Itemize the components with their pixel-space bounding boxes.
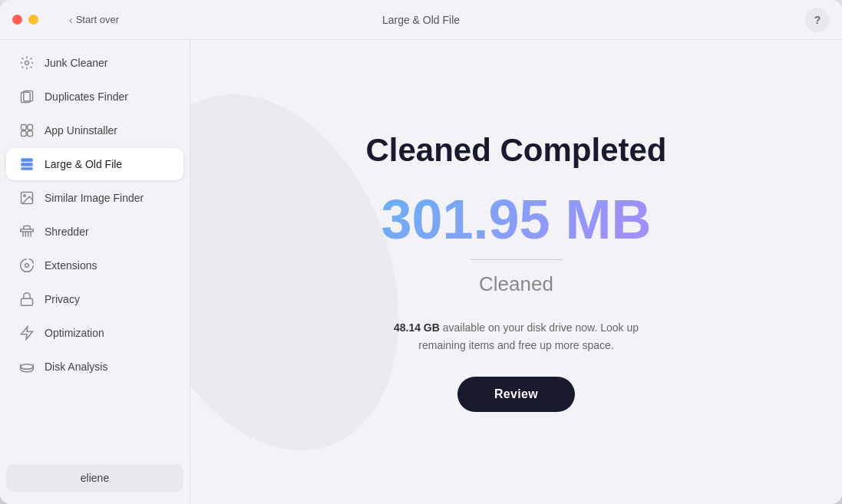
close-button[interactable] bbox=[12, 15, 22, 25]
cleaned-label: Cleaned bbox=[479, 272, 553, 296]
privacy-icon bbox=[18, 291, 35, 308]
content-area: Cleaned Completed 301.95 MB Cleaned 48.1… bbox=[190, 40, 842, 504]
sidebar-item-app-uninstaller[interactable]: App Uninstaller bbox=[6, 114, 183, 147]
svg-point-0 bbox=[25, 61, 29, 65]
sidebar-item-privacy[interactable]: Privacy bbox=[6, 283, 183, 315]
page-title: Large & Old File bbox=[382, 14, 460, 26]
app-window: ‹ Start over Large & Old File ? Junk Cle… bbox=[0, 0, 842, 504]
help-button[interactable]: ? bbox=[805, 8, 830, 32]
sidebar-user[interactable]: eliene bbox=[6, 464, 183, 492]
extensions-label: Extensions bbox=[45, 259, 97, 272]
junk-cleaner-icon bbox=[18, 54, 35, 71]
svg-rect-5 bbox=[21, 131, 27, 137]
title-bar: ‹ Start over Large & Old File ? bbox=[0, 0, 842, 40]
duplicates-finder-label: Duplicates Finder bbox=[45, 91, 128, 103]
similar-image-finder-label: Similar Image Finder bbox=[45, 192, 144, 204]
app-uninstaller-icon bbox=[18, 122, 35, 139]
minimize-button[interactable] bbox=[28, 15, 38, 25]
duplicates-finder-icon bbox=[18, 88, 35, 105]
divider-line bbox=[471, 259, 563, 260]
sidebar-item-disk-analysis[interactable]: Disk Analysis bbox=[6, 351, 183, 383]
disk-info-suffix: available on your disk drive now. Look u… bbox=[418, 321, 639, 351]
sidebar-item-shredder[interactable]: Shredder bbox=[6, 216, 183, 248]
start-over-label: Start over bbox=[76, 14, 119, 25]
sidebar-item-large-old-file[interactable]: Large & Old File bbox=[6, 148, 183, 180]
svg-rect-8 bbox=[21, 163, 33, 166]
sidebar-item-duplicates-finder[interactable]: Duplicates Finder bbox=[6, 81, 183, 113]
svg-rect-7 bbox=[21, 159, 33, 162]
similar-image-finder-icon bbox=[18, 189, 35, 206]
svg-rect-14 bbox=[21, 298, 33, 305]
optimization-label: Optimization bbox=[45, 327, 104, 339]
junk-cleaner-label: Junk Cleaner bbox=[45, 57, 108, 69]
disk-analysis-label: Disk Analysis bbox=[45, 361, 107, 373]
shredder-label: Shredder bbox=[45, 226, 89, 238]
main-content: Junk Cleaner Duplicates Finder App Unins… bbox=[0, 40, 842, 504]
sidebar: Junk Cleaner Duplicates Finder App Unins… bbox=[0, 40, 190, 504]
chevron-left-icon: ‹ bbox=[69, 14, 73, 26]
disk-info: 48.14 GB available on your disk drive no… bbox=[378, 319, 655, 354]
cleaned-amount: 301.95 MB bbox=[381, 192, 651, 247]
large-old-file-label: Large & Old File bbox=[45, 158, 122, 170]
extensions-icon bbox=[18, 257, 35, 274]
sidebar-item-similar-image-finder[interactable]: Similar Image Finder bbox=[6, 182, 183, 214]
user-name: eliene bbox=[81, 472, 109, 484]
svg-point-13 bbox=[25, 264, 29, 268]
shredder-icon bbox=[18, 223, 35, 240]
optimization-icon bbox=[18, 324, 35, 341]
svg-rect-12 bbox=[21, 229, 34, 232]
help-label: ? bbox=[814, 14, 821, 26]
svg-rect-3 bbox=[21, 125, 27, 130]
app-uninstaller-label: App Uninstaller bbox=[45, 124, 117, 137]
cleaned-completed-title: Cleaned Completed bbox=[365, 132, 666, 169]
sidebar-item-junk-cleaner[interactable]: Junk Cleaner bbox=[6, 47, 183, 79]
sidebar-spacer bbox=[0, 384, 190, 458]
sidebar-item-extensions[interactable]: Extensions bbox=[6, 249, 183, 282]
svg-rect-6 bbox=[28, 131, 33, 137]
sidebar-item-optimization[interactable]: Optimization bbox=[6, 317, 183, 349]
svg-rect-9 bbox=[21, 167, 33, 170]
bg-decoration bbox=[190, 57, 445, 486]
privacy-label: Privacy bbox=[45, 293, 80, 305]
disk-gb-highlight: 48.14 GB bbox=[394, 321, 440, 334]
disk-analysis-icon bbox=[18, 358, 35, 375]
traffic-lights bbox=[12, 15, 38, 25]
svg-rect-4 bbox=[28, 125, 33, 130]
start-over-button[interactable]: ‹ Start over bbox=[69, 14, 119, 26]
large-old-file-icon bbox=[18, 156, 35, 173]
svg-point-11 bbox=[24, 195, 25, 197]
review-button[interactable]: Review bbox=[457, 377, 575, 412]
